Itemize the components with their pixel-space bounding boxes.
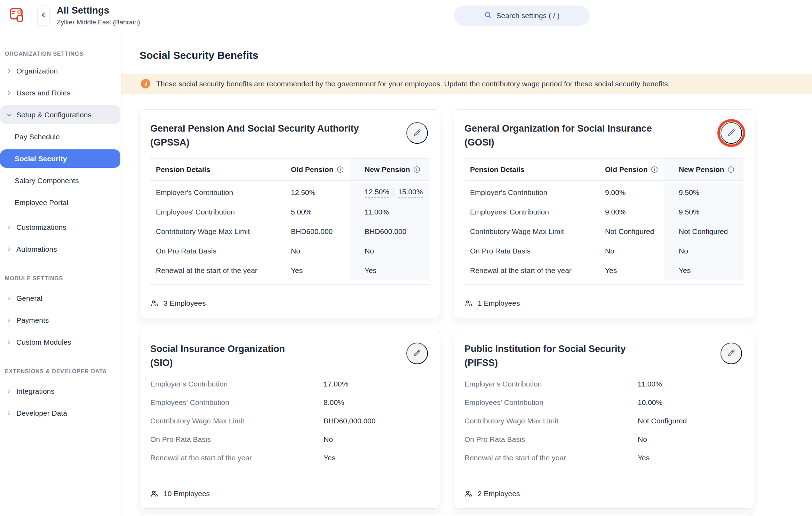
row-value: No: [638, 435, 743, 444]
sidebar-item-payments[interactable]: Payments: [0, 309, 121, 331]
card-gpssa: General Pension And Social Security Auth…: [140, 109, 440, 318]
table-row: Contributory Wage Max Limit BHD600.000 B…: [150, 222, 429, 241]
list-item: Employer's Contribution 11.00%: [464, 375, 743, 393]
new-pension-value: 9.50%: [664, 202, 743, 222]
info-circle-icon[interactable]: [413, 166, 420, 173]
row-value: Yes: [324, 454, 429, 462]
row-label: Employees' Contribution: [150, 202, 291, 222]
authority-abbr: (GOSI): [464, 135, 687, 149]
row-label: Contributory Wage Max Limit: [464, 417, 638, 425]
pencil-icon: [727, 349, 736, 359]
people-icon: [150, 299, 159, 307]
sidebar-item-employee-portal[interactable]: Employee Portal: [0, 191, 121, 213]
new-pension-old-period-value[interactable]: 12.50%: [365, 188, 389, 198]
info-banner-text: These social security benefits are recom…: [156, 80, 670, 88]
authority-abbr: (SIO): [150, 356, 373, 370]
old-pension-value: BHD600.000: [291, 222, 350, 241]
pension-table-body: Employer's Contribution 12.50% 12.50% 15…: [150, 181, 429, 285]
sidebar-item-label: Salary Components: [15, 177, 79, 185]
sidebar-item-salary-components[interactable]: Salary Components: [0, 170, 121, 191]
sidebar-item-label: Integrations: [16, 387, 55, 396]
sidebar-item-customizations[interactable]: Customizations: [0, 216, 121, 238]
employee-count[interactable]: 10 Employees: [164, 490, 210, 498]
employee-count-footer: 3 Employees: [150, 299, 429, 307]
list-item: Contributory Wage Max Limit BHD60,000.00…: [150, 412, 429, 430]
page-header-title: All Settings: [57, 5, 140, 16]
column-old-pension: Old Pension: [605, 159, 664, 180]
table-row: Contributory Wage Max Limit Not Configur…: [464, 222, 743, 241]
edit-pifss-button[interactable]: [721, 343, 742, 364]
sidebar-item-organization[interactable]: Organization: [0, 60, 121, 82]
employee-count[interactable]: 3 Employees: [164, 299, 206, 307]
chevron-right-icon: [6, 318, 12, 323]
chevron-right-icon: [6, 247, 12, 252]
info-circle-icon[interactable]: [651, 166, 658, 173]
new-pension-value: BHD600.000: [350, 222, 429, 241]
card-title: Social Insurance Organization (SIO): [150, 342, 373, 370]
card-title: Public Institution for Social Security (…: [464, 342, 687, 370]
column-pension-details: Pension Details: [464, 159, 605, 180]
organization-name: Zylker Middle East (Bahrain): [57, 18, 140, 26]
table-row: Employer's Contribution 12.50% 12.50% 15…: [150, 183, 429, 202]
back-button[interactable]: [37, 6, 50, 26]
card-title: General Organization for Social Insuranc…: [464, 122, 687, 149]
edit-gpssa-button[interactable]: [406, 122, 428, 144]
people-icon: [150, 490, 159, 498]
sidebar-item-custom-modules[interactable]: Custom Modules: [0, 331, 121, 353]
sidebar-item-label: Setup & Configurations: [16, 111, 91, 119]
sidebar-item-automations[interactable]: Automations: [0, 238, 121, 260]
pencil-icon: [727, 128, 736, 138]
sidebar-item-label: Employee Portal: [15, 198, 68, 207]
sidebar-item-developer-data[interactable]: Developer Data: [0, 402, 121, 424]
new-pension-value: 11.00%: [350, 202, 429, 222]
sidebar-item-social-security-selected[interactable]: Social Security: [0, 149, 120, 168]
new-pension-value: Yes: [664, 261, 743, 280]
column-label: New Pension: [365, 165, 410, 174]
sidebar-item-label: Social Security: [15, 155, 67, 163]
header-title-block: All Settings Zylker Middle East (Bahrain…: [57, 5, 140, 26]
sidebar-item-integrations[interactable]: Integrations: [0, 380, 121, 402]
sidebar-gap: [0, 213, 121, 216]
search-placeholder-text: Search settings ( / ): [496, 11, 559, 20]
column-old-pension: Old Pension: [291, 159, 350, 180]
chevron-down-icon: [6, 112, 12, 118]
page-title: Social Security Benefits: [140, 49, 812, 61]
new-pension-value: No: [664, 241, 743, 261]
value-separator: [393, 188, 394, 197]
table-row: Employees' Contribution 5.00% 11.00%: [150, 202, 429, 222]
row-value: 10.00%: [638, 398, 743, 407]
list-item: Employer's Contribution 17.00%: [150, 375, 429, 393]
new-pension-new-period-value[interactable]: 15.00%: [398, 188, 423, 198]
row-label: Renewal at the start of the year: [150, 261, 291, 280]
list-item: Renewal at the start of the year Yes: [150, 448, 429, 467]
info-circle-icon[interactable]: [337, 166, 344, 173]
card-sio: Social Insurance Organization (SIO) Empl…: [140, 330, 440, 509]
search-settings-button[interactable]: Search settings ( / ): [454, 6, 590, 26]
sidebar-item-label: Users and Roles: [16, 89, 70, 97]
row-label: Employees' Contribution: [464, 398, 638, 407]
employee-count[interactable]: 1 Employees: [478, 299, 520, 307]
table-row: Renewal at the start of the year Yes Yes: [464, 261, 743, 280]
edit-gosi-button-highlighted[interactable]: [721, 122, 742, 144]
row-label: On Pro Rata Basis: [464, 241, 605, 261]
row-value: Not Configured: [638, 417, 743, 425]
old-pension-value: No: [605, 241, 664, 261]
old-pension-value: No: [291, 241, 350, 261]
employee-count[interactable]: 2 Employees: [478, 490, 520, 498]
table-row: Renewal at the start of the year Yes Yes: [150, 261, 429, 280]
sidebar-item-general[interactable]: General: [0, 287, 121, 309]
row-value: 17.00%: [324, 380, 429, 388]
old-pension-value: 12.50%: [291, 183, 350, 202]
sidebar-item-users-and-roles[interactable]: Users and Roles: [0, 82, 121, 104]
sidebar-item-pay-schedule[interactable]: Pay Schedule: [0, 126, 121, 148]
pencil-icon: [413, 128, 422, 138]
main-content: Social Security Benefits i These social …: [121, 31, 812, 516]
payroll-app-logo[interactable]: [8, 6, 26, 25]
card-gosi: General Organization for Social Insuranc…: [454, 109, 754, 318]
edit-sio-button[interactable]: [406, 343, 428, 364]
info-circle-icon[interactable]: [727, 166, 734, 173]
benefit-details-list: Employer's Contribution 17.00% Employees…: [150, 375, 429, 467]
pension-table-header: Pension Details Old Pension New Pension: [464, 158, 743, 181]
header-divider: [31, 6, 31, 26]
sidebar-item-setup-configurations[interactable]: Setup & Configurations: [0, 105, 120, 124]
